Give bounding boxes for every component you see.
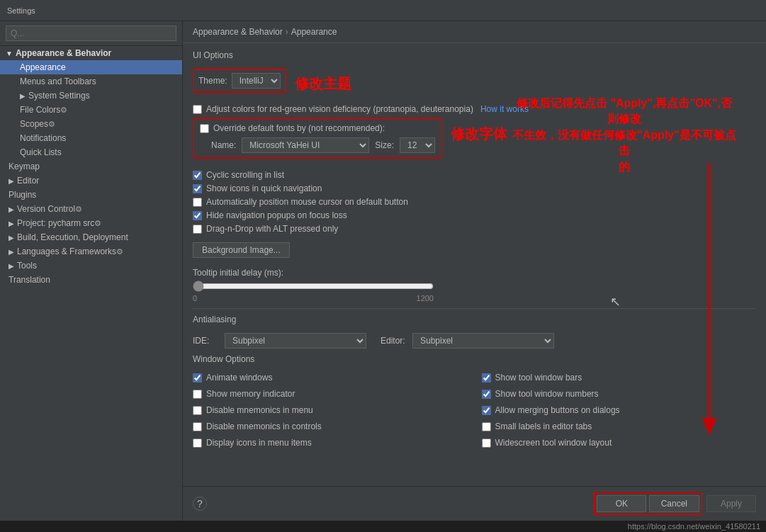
sidebar-item-label: Languages & Frameworks: [17, 247, 116, 256]
sidebar-item-system-settings[interactable]: ▶ System Settings: [0, 89, 182, 103]
annotation-line1: 修改后记得先点击 "Apply",再点击"OK",否则修改: [517, 97, 732, 125]
breadcrumb: Appearance & Behavior › Appearance: [183, 21, 766, 43]
sidebar-item-label: Notifications: [20, 133, 66, 143]
display-icons-label: Display icons in menu items: [206, 438, 312, 448]
sidebar-item-build-execution[interactable]: ▶ Build, Execution, Deployment: [0, 230, 182, 244]
theme-annotation: 修改主题: [295, 74, 351, 94]
hide-nav-label: Hide navigation popups on focus loss: [206, 210, 347, 220]
sidebar-item-file-colors[interactable]: File Colors ⚙: [0, 103, 182, 117]
animate-windows-checkbox[interactable]: [193, 373, 202, 383]
sidebar-item-editor[interactable]: ▶ Editor: [0, 174, 182, 188]
sidebar-item-tools[interactable]: ▶ Tools: [0, 259, 182, 273]
main-wrapper: Appearance & Behavior › Appearance UI Op…: [183, 21, 766, 521]
breadcrumb-part1: Appearance & Behavior: [193, 27, 283, 37]
apply-button[interactable]: Apply: [706, 495, 756, 512]
show-icons-nav-label: Show icons in quick navigation: [206, 183, 322, 193]
drag-drop-checkbox[interactable]: [193, 225, 202, 234]
sidebar-item-label: Tools: [17, 261, 37, 271]
auto-position-checkbox[interactable]: [193, 198, 202, 207]
sidebar-item-appearance[interactable]: Appearance: [0, 60, 182, 74]
display-icons-checkbox[interactable]: [193, 438, 202, 448]
sidebar-item-keymap[interactable]: Keymap: [0, 159, 182, 174]
disable-mnemonics-menu-label: Disable mnemonics in menu: [206, 405, 313, 415]
settings-icon: ⚙: [94, 219, 101, 228]
widescreen-row: Widescreen tool window layout: [482, 438, 757, 448]
sidebar-item-languages[interactable]: ▶ Languages & Frameworks ⚙: [0, 244, 182, 259]
settings-icon: ⚙: [116, 247, 123, 256]
sidebar-item-translation[interactable]: Translation: [0, 273, 182, 287]
watermark: https://blog.csdn.net/weixin_41580211: [0, 521, 766, 532]
disable-mnemonics-menu-checkbox[interactable]: [193, 406, 202, 415]
ok-button[interactable]: OK: [597, 495, 646, 512]
show-tool-numbers-label: Show tool window numbers: [495, 389, 599, 399]
sidebar-item-project[interactable]: ▶ Project: pycharm src ⚙: [0, 216, 182, 230]
search-box[interactable]: [0, 21, 182, 46]
background-image-button[interactable]: Background Image...: [193, 242, 290, 258]
search-input[interactable]: [6, 26, 176, 41]
sidebar-item-plugins[interactable]: Plugins: [0, 188, 182, 202]
apply-annotation: 修改后记得先点击 "Apply",再点击"OK",否则修改 不生效，没有做任何修…: [511, 96, 738, 175]
show-memory-row: Show memory indicator: [193, 389, 468, 399]
font-override-checkbox[interactable]: [200, 124, 209, 133]
expand-arrow: ▶: [9, 234, 14, 242]
editor-aa-select[interactable]: Subpixel: [412, 333, 554, 349]
cancel-button[interactable]: Cancel: [649, 495, 699, 512]
sidebar-item-notifications[interactable]: Notifications: [0, 131, 182, 145]
sidebar-item-version-control[interactable]: ▶ Version Control ⚙: [0, 202, 182, 216]
font-name-select[interactable]: Microsoft YaHei UI: [242, 137, 369, 153]
slider-max: 1200: [417, 294, 434, 302]
expand-arrow: ▶: [9, 177, 14, 185]
sidebar-item-label: Appearance: [20, 62, 66, 72]
editor-aa-label: Editor:: [381, 336, 405, 346]
font-size-select[interactable]: 12: [400, 137, 435, 153]
settings-icon: ⚙: [60, 106, 67, 115]
expand-arrow: ▶: [9, 262, 14, 270]
ide-aa-label: IDE:: [193, 336, 218, 346]
settings-icon: ⚙: [75, 205, 82, 214]
window-options-grid: Animate windows Show tool window bars Sh…: [193, 373, 756, 451]
sidebar: ▼ Appearance & Behavior Appearance Menus…: [0, 21, 183, 521]
widescreen-checkbox[interactable]: [482, 438, 491, 448]
settings-window: Settings ▼ Appearance & Behavior Appeara…: [0, 0, 766, 532]
sidebar-item-label: Keymap: [9, 162, 40, 171]
theme-select[interactable]: IntelliJ: [232, 73, 281, 89]
font-annotation: 修改字体: [451, 125, 507, 144]
expand-arrow: ▶: [9, 205, 14, 213]
sidebar-item-appearance-behavior[interactable]: ▼ Appearance & Behavior: [0, 46, 182, 60]
show-icons-nav-checkbox[interactable]: [193, 184, 202, 193]
sidebar-item-quick-lists[interactable]: Quick Lists: [0, 145, 182, 159]
window-title: Settings: [7, 6, 35, 15]
sidebar-item-menus-toolbars[interactable]: Menus and Toolbars: [0, 74, 182, 89]
antialiasing-title: Antialiasing: [193, 315, 756, 327]
disable-mnemonics-controls-checkbox[interactable]: [193, 422, 202, 431]
slider-min: 0: [193, 294, 197, 302]
hide-nav-checkbox[interactable]: [193, 211, 202, 220]
color-blind-checkbox[interactable]: [193, 105, 202, 114]
cyclic-scrolling-checkbox[interactable]: [193, 171, 202, 180]
sidebar-item-label: Menus and Toolbars: [20, 77, 96, 86]
show-memory-label: Show memory indicator: [206, 389, 295, 399]
help-icon[interactable]: ?: [193, 497, 207, 511]
sidebar-item-label: Quick Lists: [20, 147, 62, 157]
sidebar-item-scopes[interactable]: Scopes ⚙: [0, 117, 182, 131]
display-icons-row: Display icons in menu items: [193, 438, 468, 448]
ui-options-section: UI Options: [193, 50, 756, 63]
breadcrumb-separator: ›: [286, 27, 288, 37]
allow-merging-checkbox[interactable]: [482, 406, 491, 415]
expand-arrow: ▶: [9, 220, 14, 227]
expand-arrow: ▶: [20, 92, 26, 100]
show-tool-numbers-checkbox[interactable]: [482, 390, 491, 399]
expand-arrow: ▼: [6, 50, 13, 57]
small-labels-checkbox[interactable]: [482, 422, 491, 431]
show-memory-checkbox[interactable]: [193, 390, 202, 399]
animate-windows-row: Animate windows: [193, 373, 468, 383]
widescreen-label: Widescreen tool window layout: [495, 438, 612, 448]
show-tool-bars-checkbox[interactable]: [482, 373, 491, 383]
background-section: Background Image...: [193, 238, 756, 262]
ok-cancel-wrapper: OK Cancel: [594, 492, 702, 515]
breadcrumb-part2: Appearance: [291, 27, 337, 37]
tooltip-slider[interactable]: [193, 281, 434, 292]
show-tool-bars-label: Show tool window bars: [495, 373, 582, 383]
ide-aa-select[interactable]: Subpixel: [225, 333, 366, 349]
annotation-line3: 的: [619, 161, 630, 173]
